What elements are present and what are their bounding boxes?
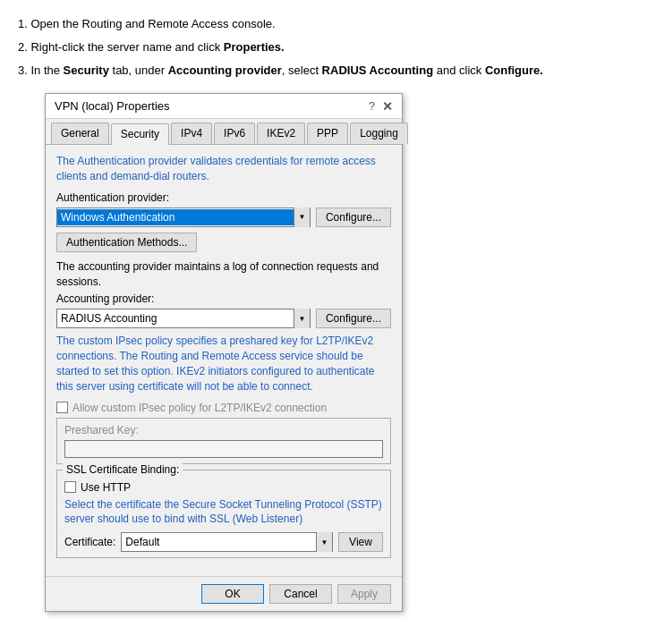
step-3: 3. In the Security tab, under Accounting… (18, 61, 629, 80)
ipsec-checkbox-row: Allow custom IPsec policy for L2TP/IKEv2… (56, 402, 391, 414)
auth-provider-row: Windows Authentication ▼ Configure... (56, 208, 391, 227)
tab-general[interactable]: General (51, 123, 109, 144)
tab-ppp[interactable]: PPP (307, 123, 348, 144)
dialog-controls: ? ✕ (369, 99, 393, 113)
accounting-provider-select[interactable]: RADIUS Accounting ▼ (56, 309, 311, 328)
configure-accounting-button[interactable]: Configure... (316, 309, 391, 328)
instructions: 1. Open the Routing and Remote Access co… (18, 14, 629, 80)
tab-logging[interactable]: Logging (350, 123, 408, 144)
auth-provider-label: Authentication provider: (56, 191, 391, 204)
accounting-provider-value: RADIUS Accounting (57, 310, 294, 326)
dialog-title: VPN (local) Properties (55, 99, 170, 113)
ssl-use-http-label: Use HTTP (81, 481, 131, 494)
ipsec-description: The custom IPsec policy specifies a pres… (56, 334, 391, 394)
ssl-checkbox-row: Use HTTP (64, 481, 383, 494)
auth-methods-row: Authentication Methods... (56, 233, 391, 252)
configure-auth-button[interactable]: Configure... (316, 208, 391, 227)
ssl-certificate-group: SSL Certificate Binding: Use HTTP Select… (56, 470, 391, 559)
accounting-provider-label: Accounting provider: (56, 292, 391, 305)
dialog-help-button[interactable]: ? (369, 99, 375, 113)
ssl-use-http-checkbox[interactable] (64, 481, 76, 493)
apply-button[interactable]: Apply (337, 584, 391, 604)
ssl-description: Select the certificate the Secure Socket… (64, 497, 383, 528)
certificate-select[interactable]: Default ▼ (121, 532, 333, 552)
cancel-button[interactable]: Cancel (269, 584, 332, 604)
ipsec-checkbox[interactable] (56, 402, 68, 413)
preshared-key-label: Preshared Key: (64, 424, 383, 436)
ssl-content: Use HTTP Select the certificate the Secu… (64, 481, 383, 553)
ssl-group-title: SSL Certificate Binding: (63, 463, 183, 476)
auth-provider-value: Windows Authentication (57, 209, 294, 225)
accounting-provider-dropdown-arrow[interactable]: ▼ (294, 309, 310, 328)
certificate-label: Certificate: (64, 536, 115, 548)
page-body: 1. Open the Routing and Remote Access co… (18, 14, 629, 612)
certificate-dropdown-arrow[interactable]: ▼ (316, 532, 332, 552)
auth-provider-dropdown-arrow[interactable]: ▼ (294, 208, 310, 227)
tab-security[interactable]: Security (111, 123, 169, 145)
tab-ikev2[interactable]: IKEv2 (257, 123, 305, 144)
step-1: 1. Open the Routing and Remote Access co… (18, 14, 629, 34)
certificate-value: Default (122, 534, 316, 550)
dialog-close-button[interactable]: ✕ (382, 100, 393, 113)
dialog-footer: OK Cancel Apply (46, 576, 402, 611)
dialog-content: The Authentication provider validates cr… (46, 145, 402, 576)
accounting-description: The accounting provider maintains a log … (56, 259, 391, 290)
auth-provider-select[interactable]: Windows Authentication ▼ (56, 208, 311, 227)
preshared-key-group: Preshared Key: (56, 418, 391, 464)
auth-methods-button[interactable]: Authentication Methods... (56, 233, 197, 252)
dialog-titlebar: VPN (local) Properties ? ✕ (46, 94, 402, 119)
ipsec-checkbox-label: Allow custom IPsec policy for L2TP/IKEv2… (72, 402, 327, 414)
auth-description: The Authentication provider validates cr… (56, 154, 391, 184)
tab-ipv4[interactable]: IPv4 (171, 123, 212, 144)
step-2: 2. Right-click the server name and click… (18, 38, 629, 57)
accounting-provider-row: RADIUS Accounting ▼ Configure... (56, 309, 391, 328)
dialog-tabs: General Security IPv4 IPv6 IKEv2 PPP Log… (46, 119, 402, 145)
tab-ipv6[interactable]: IPv6 (214, 123, 255, 144)
vpn-properties-dialog: VPN (local) Properties ? ✕ General Secur… (45, 93, 403, 612)
preshared-key-input[interactable] (64, 440, 383, 458)
ok-button[interactable]: OK (201, 584, 264, 604)
view-certificate-button[interactable]: View (338, 532, 383, 552)
certificate-row: Certificate: Default ▼ View (64, 532, 383, 552)
